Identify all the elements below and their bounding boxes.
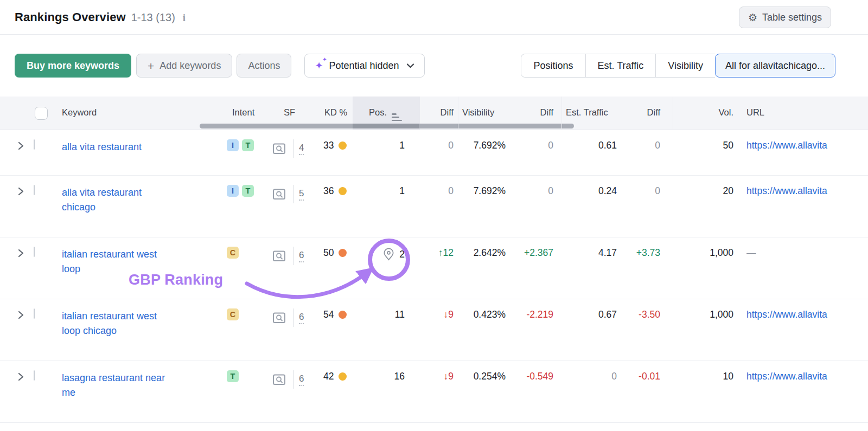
row-checkbox[interactable] xyxy=(34,139,35,150)
add-label: Add keywords xyxy=(159,60,221,72)
title-wrap: Rankings Overview 1-13 (13) i xyxy=(15,10,186,24)
col-header-traffic-diff[interactable]: Diff xyxy=(620,107,660,118)
gear-icon: ⚙ xyxy=(748,12,757,23)
est-traffic-cell: 0.67 xyxy=(566,309,617,320)
plus-icon: + xyxy=(148,60,154,72)
expand-chevron-icon[interactable] xyxy=(17,187,24,198)
serp-features-icon[interactable] xyxy=(272,374,286,386)
intent-badge: I xyxy=(227,139,239,151)
keyword-link[interactable]: italian restaurant west loop chicago xyxy=(62,311,157,336)
col-header-est-traffic[interactable]: Est. Traffic xyxy=(566,107,608,118)
chevron-down-icon xyxy=(406,63,414,68)
position-cell: 1 xyxy=(362,140,405,151)
intent-badge: T xyxy=(242,139,254,151)
serp-features-cell: 4 xyxy=(272,139,304,158)
kd-cell: 54 xyxy=(323,309,347,320)
traffic-diff-cell: 0 xyxy=(620,140,660,151)
traffic-diff-cell: 0 xyxy=(620,185,660,197)
position-cell: 11 xyxy=(362,309,405,320)
col-header-pos-label: Pos. xyxy=(369,107,387,117)
col-header-url[interactable]: URL xyxy=(746,107,764,118)
keyword-link[interactable]: alla vita restaurant xyxy=(62,141,142,152)
tab-est-traffic[interactable]: Est. Traffic xyxy=(585,54,656,77)
serp-features-icon[interactable] xyxy=(272,250,286,262)
buy-more-keywords-button[interactable]: Buy more keywords xyxy=(15,54,131,78)
sf-count[interactable]: 6 xyxy=(299,374,304,386)
position-diff-cell: ↓9 xyxy=(419,371,454,382)
visibility-cell: 0.423% xyxy=(455,309,506,320)
kd-cell: 36 xyxy=(323,185,347,197)
keyword-link[interactable]: alla vita restaurant chicago xyxy=(62,187,142,213)
expand-chevron-icon[interactable] xyxy=(17,311,24,321)
toolbar: Buy more keywords + Add keywords Actions… xyxy=(0,35,868,97)
col-header-sf[interactable]: SF xyxy=(284,107,295,118)
row-checkbox[interactable] xyxy=(34,247,35,257)
col-header-intent[interactable]: Intent xyxy=(232,107,254,118)
horizontal-scrollbar[interactable] xyxy=(200,124,574,128)
visibility-cell: 7.692% xyxy=(455,185,506,197)
kd-cell: 50 xyxy=(323,247,347,259)
intent-badge: C xyxy=(227,308,239,320)
col-header-keyword[interactable]: Keyword xyxy=(62,107,97,118)
row-checkbox[interactable] xyxy=(34,185,35,195)
url-link[interactable]: https://www.allavita xyxy=(746,185,827,196)
visibility-diff-cell: 0 xyxy=(509,185,553,197)
col-header-vol[interactable]: Vol. xyxy=(682,107,733,118)
tab-all-for-domain[interactable]: All for allavitachicago... xyxy=(715,54,835,78)
position-diff-cell: ↑12 xyxy=(419,247,454,259)
keyword-cell: alla vita restaurant xyxy=(62,140,173,155)
select-all-checkbox[interactable] xyxy=(35,107,48,120)
kd-dot-icon xyxy=(339,249,347,257)
kd-dot-icon xyxy=(339,141,347,150)
potential-dropdown[interactable]: ✦✦ Potential hidden xyxy=(304,54,424,78)
url-link[interactable]: https://www.allavita xyxy=(746,371,827,382)
table-row: lasagna restaurant near me T 6 42 16 ↓9 … xyxy=(0,361,868,423)
tab-positions[interactable]: Positions xyxy=(521,54,585,77)
sf-count[interactable]: 6 xyxy=(299,250,304,262)
table-row: alla vita restaurant I T 4 33 1 0 7.692%… xyxy=(0,130,868,176)
url-link[interactable]: https://www.allavita xyxy=(746,309,827,320)
serp-features-icon[interactable] xyxy=(272,312,286,324)
actions-button[interactable]: Actions xyxy=(237,54,291,78)
tab-visibility[interactable]: Visibility xyxy=(655,54,715,77)
serp-features-icon[interactable] xyxy=(272,143,286,155)
serp-features-cell: 6 xyxy=(272,308,304,327)
col-header-pos[interactable]: Pos. xyxy=(369,107,402,121)
expand-chevron-icon[interactable] xyxy=(17,249,24,260)
add-keywords-button[interactable]: + Add keywords xyxy=(136,54,232,78)
volume-cell: 50 xyxy=(682,140,733,151)
tab-positions-label: Positions xyxy=(533,60,573,72)
table-settings-button[interactable]: ⚙ Table settings xyxy=(739,7,831,28)
col-header-vis-diff[interactable]: Diff xyxy=(509,107,553,118)
serp-features-icon[interactable] xyxy=(272,188,286,201)
keyword-link[interactable]: lasagna restaurant near me xyxy=(62,372,165,398)
col-header-kd[interactable]: KD % xyxy=(324,107,347,118)
traffic-diff-cell: -0.01 xyxy=(620,371,660,382)
kd-dot-icon xyxy=(339,187,347,195)
sf-count[interactable]: 4 xyxy=(299,143,304,155)
position-diff-cell: 0 xyxy=(419,185,454,197)
kd-dot-icon xyxy=(339,372,347,381)
actions-label: Actions xyxy=(248,60,280,72)
url-link[interactable]: https://www.allavita xyxy=(746,140,827,151)
row-checkbox[interactable] xyxy=(34,308,35,319)
position-value: 11 xyxy=(395,309,405,320)
url-cell: https://www.allavita xyxy=(746,140,867,151)
position-value: 1 xyxy=(399,140,405,151)
intent-badge: T xyxy=(242,185,254,197)
expand-chevron-icon[interactable] xyxy=(17,372,24,383)
gbp-ranking-annotation: GBP Ranking xyxy=(129,272,223,288)
metric-tabs: Positions Est. Traffic Visibility All fo… xyxy=(521,54,835,78)
intent-cell: I T xyxy=(227,185,254,197)
result-count: 1-13 (13) xyxy=(131,11,175,24)
keyword-link[interactable]: italian restaurant west loop xyxy=(62,249,157,274)
info-icon[interactable]: i xyxy=(183,12,186,24)
kd-value: 42 xyxy=(323,371,334,382)
col-header-pos-diff[interactable]: Diff xyxy=(419,107,454,118)
row-checkbox[interactable] xyxy=(34,370,35,381)
sf-count[interactable]: 5 xyxy=(299,188,304,201)
kd-value: 36 xyxy=(323,185,334,197)
col-header-visibility[interactable]: Visibility xyxy=(462,107,494,118)
expand-chevron-icon[interactable] xyxy=(17,141,24,152)
sf-count[interactable]: 6 xyxy=(299,312,304,324)
